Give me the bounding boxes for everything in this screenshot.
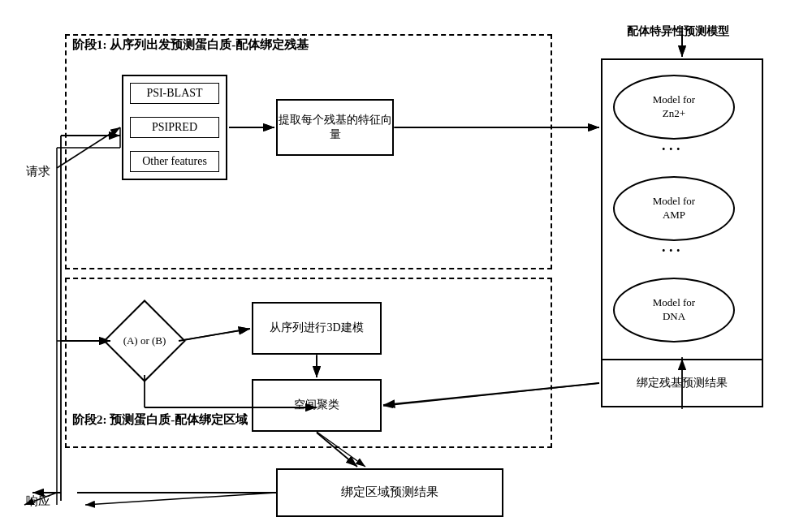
psi-blast-item: PSI-BLAST bbox=[130, 83, 219, 104]
model-amp: Model for AMP bbox=[613, 176, 735, 241]
final-result-box: 绑定区域预测结果 bbox=[276, 468, 503, 517]
model-title: 配体特异性预测模型 bbox=[585, 24, 771, 39]
svg-line-10 bbox=[85, 493, 276, 505]
stage2-label: 阶段2: 预测蛋白质-配体绑定区域 bbox=[69, 412, 251, 428]
binding-result-box: 绑定残基预测结果 bbox=[601, 359, 763, 407]
cluster-label: 空间聚类 bbox=[294, 398, 339, 412]
stage1-label: 阶段1: 从序列出发预测蛋白质-配体绑定残基 bbox=[69, 37, 312, 53]
psipred-item: PSIPRED bbox=[130, 117, 219, 138]
diagram: 阶段1: 从序列出发预测蛋白质-配体绑定残基 阶段2: 预测蛋白质-配体绑定区域… bbox=[16, 10, 796, 521]
modeling-label: 从序列进行3D建模 bbox=[270, 321, 363, 335]
cluster-box: 空间聚类 bbox=[252, 379, 382, 432]
diamond-label: (A) or (B) bbox=[123, 334, 166, 347]
diamond: (A) or (B) bbox=[112, 308, 177, 373]
feature-label: 提取每个残基的特征向量 bbox=[278, 113, 392, 142]
output-label: 响应 bbox=[26, 493, 50, 509]
feature-box: 提取每个残基的特征向量 bbox=[276, 99, 394, 156]
tools-box: PSI-BLAST PSIPRED Other features bbox=[122, 75, 227, 180]
other-features-item: Other features bbox=[130, 151, 219, 172]
final-result-label: 绑定区域预测结果 bbox=[341, 485, 438, 500]
modeling-box: 从序列进行3D建模 bbox=[252, 302, 382, 355]
dots1: · · · bbox=[662, 141, 680, 158]
input-label: 请求 bbox=[26, 164, 50, 179]
binding-result-label: 绑定残基预测结果 bbox=[637, 376, 728, 390]
dots2: · · · bbox=[662, 243, 680, 260]
model-zn: Model for Zn2+ bbox=[613, 75, 735, 140]
model-dna: Model for DNA bbox=[613, 278, 735, 343]
